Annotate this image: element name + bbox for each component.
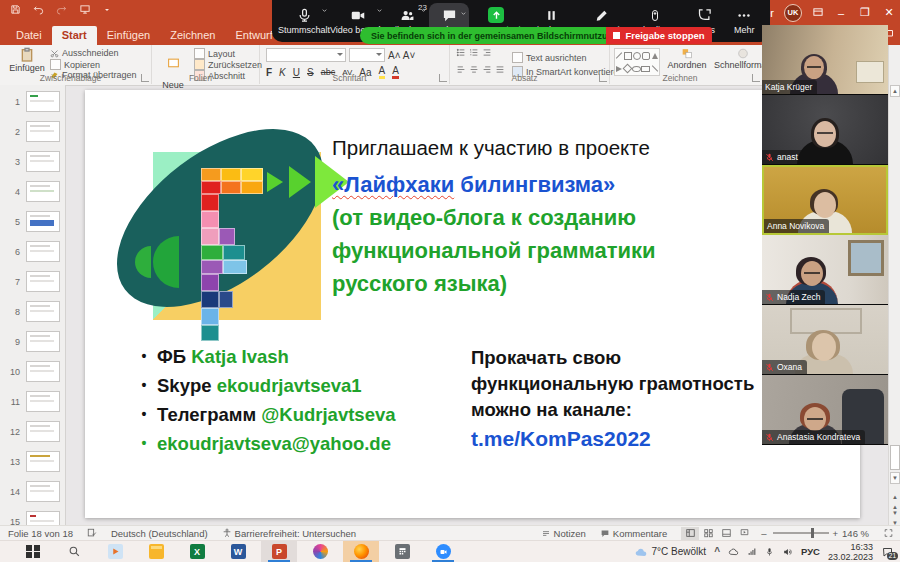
restore-button[interactable]: ❐	[858, 6, 872, 19]
tab-datei[interactable]: Datei	[6, 26, 52, 45]
account-avatar[interactable]: UK	[784, 4, 802, 22]
tab-start[interactable]: Start	[52, 26, 97, 45]
mute-button[interactable]: Stummschalt	[278, 0, 330, 42]
slide-sorter-view-button[interactable]	[699, 527, 717, 540]
paste-button[interactable]: Einfügen	[8, 47, 46, 73]
stop-share-button[interactable]: Freigabe stoppen	[606, 27, 712, 44]
slide-thumbnail[interactable]: 5	[8, 211, 65, 232]
slide-thumbnail[interactable]: 7	[8, 271, 65, 292]
network-icon[interactable]	[747, 547, 757, 556]
slide-thumbnail[interactable]: 4	[8, 181, 65, 202]
media-player-icon[interactable]	[97, 541, 133, 562]
excel-icon[interactable]: X	[179, 541, 215, 562]
slide-thumbnail[interactable]: 1	[8, 91, 65, 112]
calculator-icon[interactable]	[384, 541, 420, 562]
normal-view-button[interactable]	[681, 527, 699, 540]
chevron-down-icon[interactable]	[460, 10, 467, 17]
zoom-app-icon-active[interactable]	[425, 541, 461, 562]
scroll-down-button[interactable]: ▼	[890, 472, 900, 484]
search-button[interactable]	[56, 541, 92, 562]
tab-zeichnen[interactable]: Zeichnen	[160, 26, 225, 45]
font-size-combo[interactable]	[349, 48, 385, 62]
zoom-in-button[interactable]: +	[833, 528, 839, 539]
paint-app-icon[interactable]	[302, 541, 338, 562]
font-name-combo[interactable]: A˄ A˅	[266, 48, 415, 62]
align-text-button[interactable]: Text ausrichten	[512, 52, 587, 63]
keyboard-language[interactable]: РУС	[801, 546, 820, 557]
scrollbar-thumb[interactable]	[890, 445, 900, 470]
slideshow-icon[interactable]	[79, 4, 91, 15]
language-indicator[interactable]: Deutsch (Deutschland)	[111, 528, 208, 539]
next-slide-button[interactable]: ▼▼	[890, 508, 900, 520]
clock[interactable]: 16:3323.02.2023	[828, 542, 873, 562]
arrange-button[interactable]: Anordnen	[664, 47, 710, 70]
file-explorer-icon[interactable]	[138, 541, 174, 562]
scroll-up-button[interactable]: ▲	[890, 85, 900, 97]
video-tile-active-speaker[interactable]: Anna Novikova	[762, 165, 888, 235]
comments-button[interactable]: Kommentare	[600, 528, 667, 539]
slide-thumbnail[interactable]: 8	[8, 301, 65, 322]
accessibility-status[interactable]: Barrierefreiheit: Untersuchen	[222, 528, 356, 539]
slide-thumbnail[interactable]: 9	[8, 331, 65, 352]
fit-slide-button[interactable]	[883, 528, 894, 538]
chevron-down-icon[interactable]	[376, 7, 383, 14]
clipboard-dialog-launcher[interactable]	[141, 74, 149, 82]
undo-icon[interactable]	[33, 4, 44, 15]
copy-button[interactable]: Kopieren	[50, 59, 100, 70]
video-tile[interactable]: Nadja Zech	[762, 235, 888, 305]
firefox-icon-active[interactable]	[343, 541, 379, 562]
notification-center-button[interactable]: 21	[881, 546, 894, 558]
reading-view-button[interactable]	[717, 527, 735, 540]
weather-widget[interactable]: 7°C Bewölkt	[634, 546, 707, 557]
slide-canvas[interactable]: Приглашаем к участию в проекте «Лайфхаки…	[85, 90, 860, 518]
word-icon[interactable]: W	[220, 541, 256, 562]
slide-thumbnail[interactable]: 14	[8, 481, 65, 502]
save-icon[interactable]	[10, 4, 21, 15]
video-tile[interactable]: Oxana	[762, 305, 888, 375]
list-buttons[interactable]	[456, 48, 492, 57]
drawing-dialog-launcher[interactable]	[752, 74, 760, 82]
spellcheck-icon[interactable]	[87, 528, 97, 538]
slide-thumbnail[interactable]: 2	[8, 121, 65, 142]
video-tile[interactable]: Anastasia Kondrateva	[762, 375, 888, 445]
mic-tray-icon[interactable]	[765, 547, 774, 557]
slide-thumbnail-panel[interactable]: 1 2 3 4 5 6 7 8 9 10 11 12 13 14 15 16 1…	[0, 85, 66, 525]
zoom-out-button[interactable]: –	[761, 528, 766, 539]
chevron-down-icon[interactable]	[321, 7, 328, 14]
slide-thumbnail[interactable]: 10	[8, 361, 65, 382]
slide-thumbnail[interactable]: 12	[8, 421, 65, 442]
slide-counter[interactable]: Folie 18 von 18	[8, 528, 73, 539]
volume-icon[interactable]	[782, 547, 793, 557]
qat-customize-icon[interactable]	[103, 6, 111, 14]
shape-gallery[interactable]	[614, 48, 660, 76]
previous-slide-button[interactable]: ▲▲	[890, 492, 900, 504]
show-hidden-icons-button[interactable]: ^	[714, 546, 720, 557]
slide-thumbnail[interactable]: 6	[8, 241, 65, 262]
layout-button[interactable]: Layout	[194, 48, 235, 59]
ribbon-display-options-icon[interactable]	[812, 7, 824, 18]
font-dialog-launcher[interactable]	[439, 74, 447, 82]
cut-button[interactable]: Ausschneiden	[50, 48, 119, 58]
slide-thumbnail[interactable]: 15	[8, 511, 65, 525]
onedrive-icon[interactable]	[728, 547, 739, 556]
video-tile[interactable]: Katja Krüger	[762, 25, 888, 95]
powerpoint-icon-active[interactable]: P	[261, 541, 297, 562]
slideshow-view-button[interactable]	[735, 527, 753, 540]
slide-thumbnail[interactable]: 13	[8, 451, 65, 472]
slide-thumbnail[interactable]: 3	[8, 151, 65, 172]
paragraph-dialog-launcher[interactable]	[599, 74, 607, 82]
chevron-down-icon[interactable]	[420, 7, 427, 14]
slide-thumbnail[interactable]: 11	[8, 391, 65, 412]
redo-icon[interactable]	[56, 4, 67, 15]
minimize-button[interactable]: –	[834, 7, 848, 19]
more-button[interactable]: Mehr	[725, 0, 764, 42]
video-tile[interactable]: anast	[762, 95, 888, 165]
reset-button[interactable]: Zurücksetzen	[194, 59, 262, 70]
start-button[interactable]	[15, 541, 51, 562]
close-button[interactable]: ✕	[882, 6, 896, 19]
notes-button[interactable]: Notizen	[541, 528, 586, 539]
zoom-slider[interactable]	[773, 532, 829, 534]
zoom-level[interactable]: 146 %	[842, 528, 869, 539]
tab-einfuegen[interactable]: Einfügen	[97, 26, 160, 45]
vertical-scrollbar[interactable]: ▲ ▼ ▲▲ ▼▼	[888, 45, 900, 525]
